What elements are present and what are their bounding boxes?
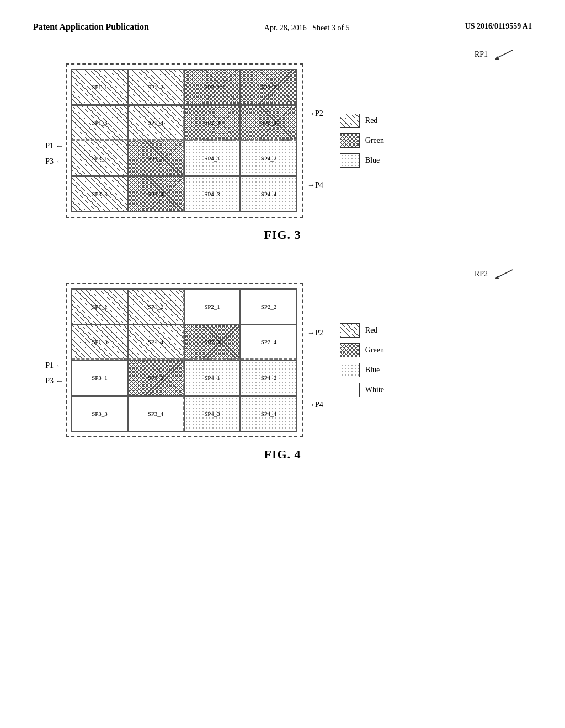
fig3-outer-box: SP1_1 SP1_2 SP2_1 SP2_2 SP1_3 SP1_4 SP2_… bbox=[66, 63, 303, 218]
fig3-left-labels: P1 ← P3 ← bbox=[33, 110, 63, 172]
fig4-cell-sp3-3: SP3_3 bbox=[72, 396, 128, 432]
figures-container: RP1 P1 ← P3 ← bbox=[0, 45, 565, 506]
rp2-arrow bbox=[491, 267, 518, 283]
fig3-cell-sp4-2: SP4_2 bbox=[241, 141, 297, 176]
fig3-legend-blue-box bbox=[340, 153, 360, 168]
fig4-legend-red-label: Red bbox=[365, 326, 378, 335]
fig4-cell-sp3-4: SP3_4 bbox=[128, 396, 184, 432]
fig3-legend-green-box bbox=[340, 133, 360, 148]
fig3-legend-blue: Blue bbox=[340, 153, 384, 168]
fig3-cell-sp2-4: SP2_4 bbox=[241, 105, 297, 141]
fig4-legend-white-label: White bbox=[365, 386, 384, 394]
p4-label-fig3: →P4 bbox=[307, 180, 323, 190]
fig4-cell-sp1-4: SP1_4 bbox=[128, 325, 184, 361]
fig3-cell-sp2-2: SP2_2 bbox=[241, 69, 297, 105]
fig3-grid: SP1_1 SP1_2 SP2_1 SP2_2 SP1_3 SP1_4 SP2_… bbox=[72, 69, 297, 212]
fig4-cell-sp4-1: SP4_1 bbox=[184, 360, 241, 396]
fig4-legend-white: White bbox=[340, 383, 384, 397]
fig3-right-area: →P2 →P4 bbox=[307, 63, 323, 218]
fig3-cell-sp1-4: SP1_4 bbox=[128, 105, 184, 141]
rp1-arrow bbox=[491, 47, 518, 64]
fig3-legend-green: Green bbox=[340, 133, 384, 148]
fig3-cell-sp1-2: SP1_2 bbox=[128, 69, 184, 105]
header-patent-number: US 2016/0119559 A1 bbox=[465, 22, 532, 31]
fig4-grid: SP1_1 SP1_2 SP2_1 SP2_2 SP1_3 SP1_4 SP2_… bbox=[72, 289, 297, 431]
fig4-cell-sp1-1: SP1_1 bbox=[72, 289, 128, 325]
p4-label-fig4: →P4 bbox=[307, 399, 323, 409]
fig3-cell-sp3-1: SP3_1 bbox=[72, 141, 128, 176]
fig3-cell-sp1-3: SP1_3 bbox=[72, 105, 128, 141]
figure-3-section: RP1 P1 ← P3 ← bbox=[33, 50, 532, 242]
p1-label-fig4: P1 ← bbox=[45, 360, 63, 370]
p1-label-fig3: P1 ← bbox=[45, 141, 63, 151]
fig4-diagram-row: P1 ← P3 ← SP1_1 SP1_2 SP2_1 bbox=[33, 283, 532, 437]
fig4-cell-sp2-4: SP2_4 bbox=[241, 325, 297, 361]
p2-label-fig4: →P2 bbox=[307, 328, 323, 338]
fig3-cell-sp4-4: SP4_4 bbox=[241, 176, 297, 212]
fig4-right-area: →P2 →P4 bbox=[307, 283, 323, 437]
fig4-cell-sp3-2: SP3_2 bbox=[128, 360, 184, 396]
fig4-legend-green-box bbox=[340, 343, 360, 357]
fig3-label: FIG. 3 bbox=[33, 228, 532, 242]
fig3-legend-blue-label: Blue bbox=[365, 156, 380, 165]
fig4-cell-sp3-1: SP3_1 bbox=[72, 360, 128, 396]
svg-line-2 bbox=[496, 270, 513, 278]
fig3-legend-red: Red bbox=[340, 114, 384, 128]
fig3-legend-red-box bbox=[340, 114, 360, 128]
fig4-cell-sp2-2: SP2_2 bbox=[241, 289, 297, 325]
fig4-label: FIG. 4 bbox=[33, 447, 532, 462]
page-header: Patent Application Publication Apr. 28, … bbox=[0, 0, 565, 45]
header-date-sheet: Apr. 28, 2016 Sheet 3 of 5 bbox=[264, 22, 350, 34]
fig3-legend-red-label: Red bbox=[365, 116, 378, 125]
fig4-cell-sp4-4: SP4_4 bbox=[241, 396, 297, 432]
svg-line-0 bbox=[496, 50, 513, 58]
fig3-cell-sp3-4: SP3_4 bbox=[128, 176, 184, 212]
fig4-cell-sp2-3: SP2_3 bbox=[184, 325, 241, 361]
fig4-outer-box: SP1_1 SP1_2 SP2_1 SP2_2 SP1_3 SP1_4 SP2_… bbox=[66, 283, 303, 437]
fig4-cell-sp1-3: SP1_3 bbox=[72, 325, 128, 361]
fig4-left-labels: P1 ← P3 ← bbox=[33, 330, 63, 391]
p2-label-fig3: →P2 bbox=[307, 108, 323, 118]
fig4-legend-red-box bbox=[340, 323, 360, 338]
fig3-legend-green-label: Green bbox=[365, 136, 384, 145]
fig4-legend-blue: Blue bbox=[340, 363, 384, 377]
fig4-legend-green-label: Green bbox=[365, 346, 384, 355]
fig3-inner-box: SP1_1 SP1_2 SP2_1 SP2_2 SP1_3 SP1_4 SP2_… bbox=[71, 69, 297, 212]
rp2-label: RP2 bbox=[475, 270, 488, 279]
fig4-legend-blue-box bbox=[340, 363, 360, 377]
fig4-cell-sp2-1: SP2_1 bbox=[184, 289, 241, 325]
fig3-cell-sp2-3: SP2_3 bbox=[184, 105, 241, 141]
p3-label-fig4: P3 ← bbox=[45, 376, 63, 386]
fig3-cell-sp1-1: SP1_1 bbox=[72, 69, 128, 105]
p3-label-fig3: P3 ← bbox=[45, 156, 63, 166]
rp1-label: RP1 bbox=[475, 50, 488, 59]
fig4-legend-blue-label: Blue bbox=[365, 366, 380, 374]
fig3-cell-sp2-1: SP2_1 bbox=[184, 69, 241, 105]
fig4-legend-white-box bbox=[340, 383, 360, 397]
fig4-inner-box: SP1_1 SP1_2 SP2_1 SP2_2 SP1_3 SP1_4 SP2_… bbox=[71, 288, 297, 432]
figure-4-section: RP2 P1 ← P3 ← bbox=[33, 270, 532, 462]
fig4-legend: Red Green Blue White bbox=[340, 323, 384, 397]
fig4-legend-green: Green bbox=[340, 343, 384, 357]
header-publication-type: Patent Application Publication bbox=[33, 22, 149, 32]
fig3-cell-sp4-1: SP4_1 bbox=[184, 141, 241, 176]
fig3-cell-sp3-2: SP3_2 bbox=[128, 141, 184, 176]
fig4-cell-sp4-2: SP4_2 bbox=[241, 360, 297, 396]
fig4-legend-red: Red bbox=[340, 323, 384, 338]
fig4-cell-sp4-3: SP4_3 bbox=[184, 396, 241, 432]
fig3-legend: Red Green Blue bbox=[340, 114, 384, 168]
fig3-cell-sp3-3: SP3_3 bbox=[72, 176, 128, 212]
fig4-cell-sp1-2: SP1_2 bbox=[128, 289, 184, 325]
fig3-cell-sp4-3: SP4_3 bbox=[184, 176, 241, 212]
fig3-diagram-row: P1 ← P3 ← SP1_1 SP1_2 SP2_1 bbox=[33, 63, 532, 218]
